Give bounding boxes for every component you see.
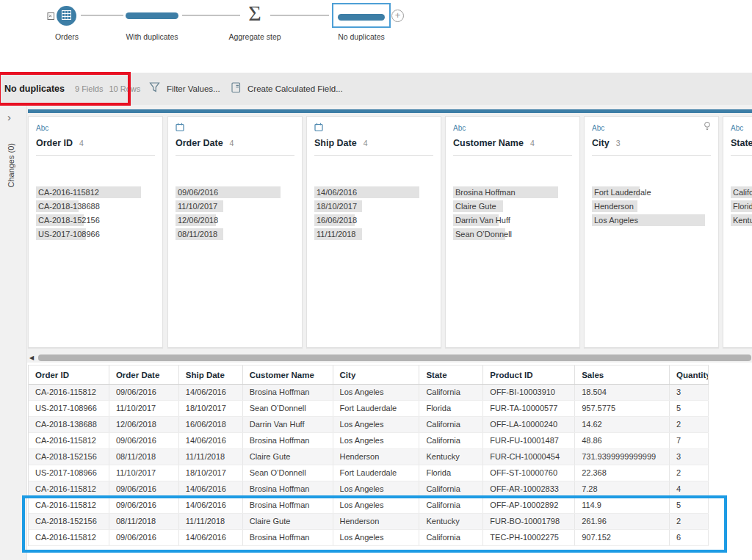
column-header-city[interactable]: City [333,366,420,384]
grid-cell: CA-2018-152156 [29,514,109,529]
field-value[interactable]: California [731,186,752,200]
grid-cell: Fort Lauderdale [333,465,420,481]
field-value[interactable]: 18/10/2017 [314,200,433,214]
grid-cell: 18/10/2017 [179,465,243,481]
field-value[interactable]: CA-2018-152156 [36,214,155,228]
field-value[interactable]: 11/10/2017 [176,200,294,214]
grid-row[interactable]: US-2017-10896611/10/201718/10/2017Sean O… [29,465,709,481]
create-calculated-field-button[interactable]: Create Calculated Field... [231,73,343,105]
profile-card-city[interactable]: AbcCity3Fort LauderdaleHendersonLos Ange… [584,116,719,348]
flow-step-no-duplicates-selected[interactable] [332,3,391,28]
field-value[interactable]: Florida [731,200,752,214]
filter-values-button[interactable]: Filter Values... [149,73,220,105]
grid-cell: Claire Gute [243,514,333,529]
field-name[interactable]: Customer Name [453,138,524,148]
field-value[interactable]: 14/06/2016 [314,186,433,200]
horizontal-scrollbar[interactable]: ◀ [27,353,752,363]
field-value[interactable]: US-2017-108966 [36,228,155,241]
profile-card-customer-name[interactable]: AbcCustomer Name4Brosina HoffmanClaire G… [445,116,580,348]
divider [314,155,433,156]
grid-cell: 4 [670,481,709,497]
grid-row[interactable]: CA-2016-11581209/06/201614/06/2016Brosin… [29,433,709,449]
grid-row[interactable]: CA-2018-13868812/06/201816/06/2018Darrin… [29,417,709,433]
field-name[interactable]: Order ID [36,138,73,148]
column-header-ship-date[interactable]: Ship Date [179,366,243,384]
flow-connector [270,15,329,16]
field-value[interactable]: Claire Gute [453,200,572,214]
column-header-product-id[interactable]: Product ID [483,366,575,384]
field-value[interactable]: 12/06/2018 [176,214,294,228]
field-value[interactable]: Fort Lauderdale [592,186,711,200]
field-value[interactable]: Kentucky [731,214,752,228]
expand-changes-chevron-icon[interactable]: › [7,111,11,123]
field-name[interactable]: Ship Date [314,138,357,148]
grid-row[interactable]: CA-2016-11581209/06/201614/06/2016Brosin… [29,530,709,546]
recommendation-icon[interactable] [704,121,711,134]
column-header-sales[interactable]: Sales [575,366,670,384]
scroll-left-arrow-icon[interactable]: ◀ [29,354,34,362]
grid-row[interactable]: CA-2018-15215608/11/201811/11/2018Claire… [29,449,709,465]
profile-pane-accent-bar [28,109,752,113]
profile-card-order-date[interactable]: Order Date409/06/201611/10/201712/06/201… [167,116,303,348]
field-count: 4 [79,139,84,148]
grid-cell: 2 [670,417,709,432]
profile-card-state[interactable]: AbcStateCaliforniaFloridaKentucky [723,116,752,348]
grid-cell: 6 [670,530,709,545]
field-value[interactable]: 09/06/2016 [176,186,294,200]
grid-row[interactable]: CA-2016-11581209/06/201614/06/2016Brosin… [29,498,709,514]
horizontal-scrollbar-thumb[interactable] [38,354,751,361]
field-value[interactable]: 16/06/2018 [314,214,433,228]
column-header-customer-name[interactable]: Customer Name [243,366,333,384]
field-value[interactable]: Los Angeles [592,214,711,228]
grid-cell: 7 [670,433,709,448]
flow-step-aggregate[interactable]: Σ [248,1,261,26]
grid-cell: Sean O’Donnell [243,465,333,481]
calendar-type-icon [314,121,323,134]
field-value[interactable]: 11/11/2018 [314,228,433,241]
profile-pane: AbcOrder ID4CA-2016-115812CA-2018-138688… [27,105,752,353]
grid-cell: California [419,433,483,448]
field-value[interactable]: CA-2018-138688 [36,200,155,214]
field-value[interactable]: Darrin Van Huff [453,214,572,228]
grid-row[interactable]: CA-2016-11581209/06/201614/06/2016Brosin… [29,385,709,401]
grid-cell: Fort Lauderdale [333,401,420,416]
field-value[interactable]: Brosina Hoffman [453,186,572,200]
grid-row[interactable]: CA-2016-11581209/06/201614/06/2016Brosin… [29,481,709,498]
grid-cell: Los Angeles [333,481,420,497]
field-name[interactable]: City [592,138,610,148]
grid-row[interactable]: CA-2018-15215608/11/201811/11/2018Claire… [29,514,709,530]
profile-card-order-id[interactable]: AbcOrder ID4CA-2016-115812CA-2018-138688… [28,116,163,348]
grid-cell: California [419,385,483,400]
grid-cell: Brosina Hoffman [243,530,333,545]
flow-step-orders[interactable] [57,6,76,26]
data-grid-body: CA-2016-11581209/06/201614/06/2016Brosin… [29,385,709,546]
grid-cell: 2 [670,465,709,481]
field-value[interactable]: 08/11/2018 [176,228,294,241]
column-header-order-date[interactable]: Order Date [109,366,179,384]
grid-cell: Claire Gute [243,449,333,465]
field-count: 4 [530,139,535,148]
field-value[interactable]: Henderson [592,200,711,214]
column-header-state[interactable]: State [419,366,483,384]
grid-cell: 09/06/2016 [109,433,179,448]
flow-step-with-duplicates[interactable] [126,12,178,19]
grid-cell: 12/06/2018 [109,417,179,432]
changes-panel-label[interactable]: Changes (0) [7,143,15,188]
grid-cell: 14/06/2016 [179,530,243,545]
field-name[interactable]: State [731,138,752,148]
profile-card-ship-date[interactable]: Ship Date414/06/201618/10/201716/06/2018… [306,116,441,348]
flow-step-label-orders: Orders [55,32,79,41]
grid-cell: US-2017-108966 [29,465,109,481]
grid-cell: Florida [419,465,483,481]
column-header-order-id[interactable]: Order ID [29,366,109,384]
divider [453,155,572,156]
field-value[interactable]: Sean O’Donnell [453,228,572,241]
add-step-button[interactable]: + [391,10,404,22]
column-header-quantity[interactable]: Quantity [670,366,709,384]
field-name[interactable]: Order Date [176,138,223,148]
field-value[interactable]: CA-2016-115812 [36,186,155,200]
grid-cell: FUR-BO-10001798 [483,514,575,529]
grid-row[interactable]: US-2017-10896611/10/201718/10/2017Sean O… [29,401,709,417]
data-grid-header: Order IDOrder DateShip DateCustomer Name… [29,365,709,385]
field-count: 4 [364,139,368,148]
